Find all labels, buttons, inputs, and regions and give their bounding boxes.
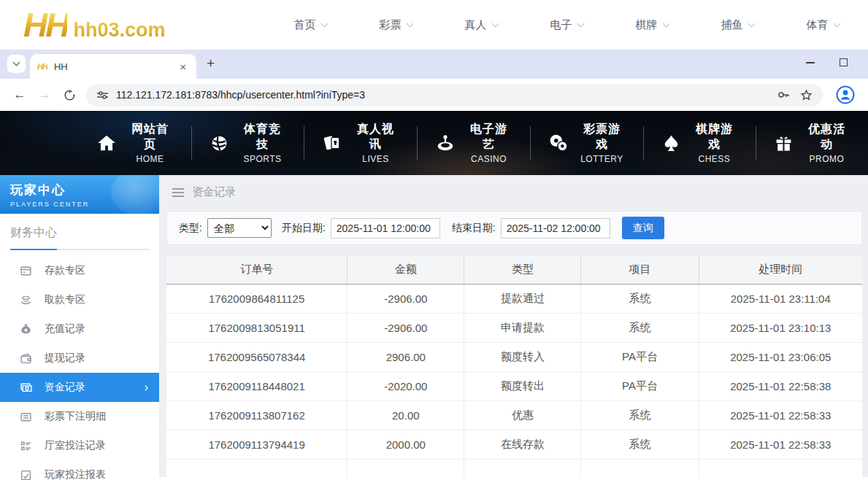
site-nav-live[interactable]: 真人: [439, 18, 524, 32]
cell-project: PA平台: [581, 342, 699, 371]
tab-search-button[interactable]: [7, 55, 26, 73]
withdrawal-record-icon: [20, 352, 32, 365]
cell-project: 系统: [581, 400, 699, 430]
nav-title: 电子游艺: [465, 122, 512, 152]
tab-title: HH: [54, 61, 177, 72]
filter-bar: 类型: 全部 开始日期: 结束日期: 查询: [166, 211, 862, 245]
col-header-project: 项目: [581, 256, 699, 284]
nav-item-lives[interactable]: 真人视讯LIVES: [304, 126, 418, 160]
sidebar-item-withdrawal-records[interactable]: 提现记录: [0, 344, 159, 373]
cell-order-no: 1762009565078344: [166, 342, 347, 371]
back-button[interactable]: ←: [7, 82, 32, 107]
chess-spade-icon: [661, 133, 681, 153]
nav-title: 棋牌游戏: [691, 122, 738, 152]
sidebar-item-player-bet-report[interactable]: 玩家投注报表: [0, 460, 159, 480]
cell-type: 申请提款: [464, 313, 581, 342]
window-controls: [806, 58, 848, 66]
search-button[interactable]: 查询: [622, 217, 664, 239]
withdraw-icon: [20, 294, 32, 306]
cell-time: 2025-11-01 23:11:04: [699, 284, 862, 313]
cell-amount: -2906.00: [347, 284, 464, 313]
browser-url-bar: ← → 112.121.172.181:8783/hhcp/usercenter…: [0, 79, 868, 111]
cell-time: 2025-11-01 23:10:13: [699, 313, 862, 342]
lottery-bet-icon: [20, 411, 32, 423]
type-select[interactable]: 全部: [207, 218, 272, 238]
window-minimize-button[interactable]: [806, 62, 815, 63]
nav-title: 真人视讯: [352, 122, 399, 152]
logo-hh-text: HH: [23, 8, 67, 42]
cell-time: 2025-11-01 23:06:05: [699, 342, 862, 371]
tab-close-icon[interactable]: ×: [177, 61, 189, 73]
site-nav-slots[interactable]: 电子: [524, 18, 610, 32]
nav-item-sports[interactable]: 体育竞技SPORTS: [192, 126, 304, 160]
bookmark-star-icon[interactable]: [800, 89, 813, 101]
site-nav-sports[interactable]: 体育: [780, 18, 866, 32]
start-date-input[interactable]: [331, 218, 440, 239]
site-logo[interactable]: HH hh03.com: [23, 8, 166, 42]
nav-item-chess[interactable]: 棋牌游戏CHESS: [644, 126, 756, 160]
cell-amount: -2906.00: [347, 313, 464, 342]
sidebar-item-withdraw-zone[interactable]: 取款专区: [0, 285, 159, 314]
sports-ball-icon: [210, 133, 229, 153]
nav-item-casino[interactable]: 电子游艺CASINO: [418, 126, 531, 160]
nav-subtitle: LOTTERY: [578, 154, 626, 164]
cell-time: 2025-11-01 22:58:38: [699, 371, 862, 400]
browser-tab[interactable]: HH HH ×: [30, 54, 196, 79]
nav-item-promo[interactable]: 优惠活动PROMO: [756, 126, 868, 160]
cell-amount: 2906.00: [347, 342, 464, 371]
col-header-order-no: 订单号: [166, 256, 347, 284]
sidebar-item-lottery-bet-detail[interactable]: 彩票下注明细: [0, 402, 159, 431]
nav-subtitle: HOME: [126, 154, 174, 164]
cell-order-no: 1762009113807162: [166, 400, 347, 430]
col-header-amount: 金额: [347, 256, 464, 284]
sidebar-item-label: 资金记录: [45, 381, 85, 394]
logo-domain-text: hh03.com: [73, 19, 165, 42]
site-nav-label: 棋牌: [636, 18, 658, 32]
table-row: 1762009113794419 2000.00 在线存款 系统 2025-11…: [166, 430, 862, 459]
nav-item-lottery[interactable]: 彩票游戏LOTTERY: [531, 126, 644, 160]
nav-subtitle: LIVES: [352, 154, 399, 164]
site-nav-lottery[interactable]: 彩票: [353, 18, 439, 32]
reload-button[interactable]: [57, 82, 82, 107]
chevron-down-icon: [406, 20, 413, 27]
omnibox[interactable]: 112.121.172.181:8783/hhcp/usercenter.htm…: [86, 84, 823, 107]
chevron-down-icon: [491, 20, 499, 27]
password-key-icon[interactable]: [777, 88, 790, 101]
end-date-label: 结束日期:: [452, 222, 496, 235]
sidebar-item-hall-bet-records[interactable]: 厅室投注记录: [0, 431, 159, 460]
deposit-icon: [20, 265, 32, 277]
sidebar-item-label: 厅室投注记录: [45, 439, 106, 452]
sidebar-item-funds-records[interactable]: 资金记录 ›: [0, 373, 159, 402]
lottery-balls-icon: [548, 133, 569, 153]
table-row: 1762009113807162 20.00 优惠 系统 2025-11-01 …: [166, 400, 862, 430]
nav-title: 彩票游戏: [578, 122, 626, 152]
nav-subtitle: PROMO: [803, 154, 850, 164]
url-text[interactable]: 112.121.172.181:8783/hhcp/usercenter.htm…: [116, 89, 767, 101]
main-nav: 网站首页HOME 体育竞技SPORTS 真人视讯LIVES 电子游艺CASINO…: [0, 111, 868, 175]
nav-title: 网站首页: [126, 122, 174, 152]
col-header-time: 处理时间: [699, 256, 862, 284]
cell-type: 提款通过: [464, 284, 581, 313]
sidebar-header: 玩家中心 PLAYERS CENTER: [0, 175, 159, 214]
cell-amount: 2000.00: [347, 430, 464, 459]
sidebar-item-recharge-records[interactable]: 充值记录: [0, 314, 159, 344]
site-info-icon[interactable]: [96, 89, 109, 101]
site-nav-fishing[interactable]: 捕鱼: [695, 18, 780, 32]
end-date-input[interactable]: [501, 218, 610, 239]
cell-project: PA平台: [581, 371, 699, 400]
col-header-type: 类型: [464, 256, 581, 284]
nav-item-home[interactable]: 网站首页HOME: [79, 126, 192, 160]
sidebar-item-deposit-zone[interactable]: 存款专区: [0, 256, 159, 285]
new-tab-button[interactable]: +: [207, 55, 215, 71]
profile-avatar-icon[interactable]: [836, 85, 855, 104]
nav-subtitle: SPORTS: [239, 154, 286, 164]
site-nav-home[interactable]: 首页: [268, 18, 353, 32]
sidebar-item-label: 彩票下注明细: [45, 410, 106, 423]
window-maximize-button[interactable]: [840, 58, 848, 66]
browser-tab-strip: HH HH × +: [0, 50, 868, 79]
site-nav-chess[interactable]: 棋牌: [610, 18, 695, 32]
cell-order-no: 1762009864811125: [166, 284, 347, 313]
forward-button[interactable]: →: [32, 82, 57, 107]
chevron-right-icon: ›: [145, 381, 148, 394]
menu-hamburger-icon[interactable]: [172, 188, 184, 197]
